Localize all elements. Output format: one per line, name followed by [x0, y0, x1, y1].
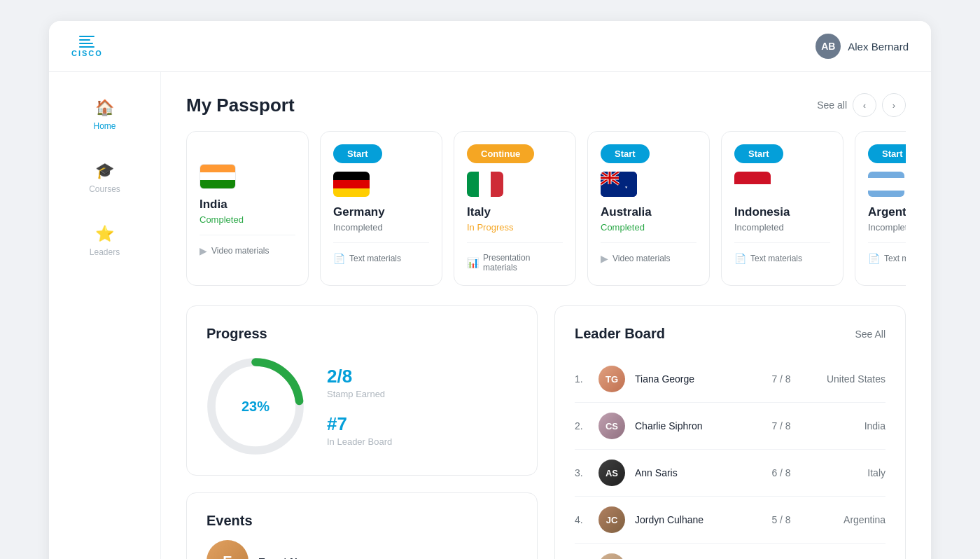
- leaderboard-section: Leader Board See All 1. TG Tiana George …: [554, 305, 906, 559]
- leaderboard-row-1: 1. TG Tiana George 7 / 8 United States: [575, 356, 886, 403]
- start-button-argentina[interactable]: Start: [868, 144, 906, 163]
- country-ann: Italy: [808, 467, 886, 478]
- status-indonesia: Incompleted: [734, 222, 830, 233]
- sidebar-item-leaders[interactable]: ⭐ Leaders: [77, 219, 133, 263]
- progress-card: Progress 23% 2/8: [186, 305, 538, 476]
- status-germany: Incompleted: [333, 222, 429, 233]
- flag-italy: [467, 172, 503, 197]
- leaderboard-row-2: 2. CS Charlie Siphron 7 / 8 India: [575, 403, 886, 450]
- country-name-germany: Germany: [333, 205, 429, 219]
- avatar-kianna: KP: [598, 553, 625, 559]
- progress-content: 23% 2/8 Stamp Earned #7 In Leader Board: [206, 357, 517, 455]
- material-label-australia: Video materials: [612, 254, 671, 263]
- passport-card-australia[interactable]: Start: [587, 131, 710, 286]
- logo-wrapper: CISCO: [71, 36, 103, 57]
- flag-india: [200, 164, 236, 189]
- rank-1: 1.: [575, 373, 589, 385]
- flag-argentina: [868, 172, 904, 197]
- material-label-argentina: Text ma...: [884, 254, 906, 263]
- rank-label: In Leader Board: [327, 436, 392, 447]
- name-charlie: Charlie Siphron: [635, 420, 754, 432]
- material-germany: 📄 Text materials: [333, 242, 429, 264]
- passport-cards: India Completed ▶ Video materials Start …: [186, 131, 906, 286]
- start-button-indonesia[interactable]: Start: [734, 144, 783, 163]
- sidebar-label-leaders: Leaders: [90, 247, 120, 257]
- name-jordyn: Jordyn Culhane: [635, 514, 754, 525]
- avatar-ann: AS: [598, 460, 625, 486]
- material-india: ▶ Video materials: [200, 235, 295, 256]
- country-name-indonesia: Indonesia: [734, 205, 830, 219]
- passport-card-argentina[interactable]: Start Argentin... Incomplete... 📄 Text m…: [855, 131, 906, 286]
- avatar-jordyn: JC: [598, 506, 625, 533]
- content: My Passport See all ‹ › India Completed …: [161, 72, 931, 559]
- progress-percentage: 23%: [241, 399, 270, 415]
- status-italy: In Progress: [467, 222, 563, 233]
- main-layout: 🏠 Home 🎓 Courses ⭐ Leaders My Passport S…: [49, 72, 931, 559]
- text-icon: 📄: [333, 253, 345, 264]
- sidebar-item-courses[interactable]: 🎓 Courses: [77, 156, 133, 200]
- continue-button-italy[interactable]: Continue: [467, 144, 534, 163]
- material-label-italy: Presentation materials: [483, 253, 563, 272]
- country-charlie: India: [808, 420, 886, 432]
- courses-icon: 🎓: [95, 162, 114, 180]
- avatar-tiana: TG: [598, 366, 625, 392]
- logo: CISCO: [71, 36, 103, 57]
- status-australia: Completed: [601, 222, 696, 233]
- user-info: AB Alex Bernard: [816, 34, 909, 59]
- event-row: E Event Name: [206, 540, 517, 559]
- logo-text: CISCO: [71, 49, 103, 57]
- leaderboard-row-3: 3. AS Ann Saris 6 / 8 Italy: [575, 450, 886, 497]
- video-icon: ▶: [200, 245, 207, 256]
- passport-section-header: My Passport See all ‹ ›: [186, 93, 906, 117]
- country-name-australia: Australia: [601, 205, 696, 219]
- next-arrow-button[interactable]: ›: [882, 93, 906, 117]
- leaderboard-row-5: 5. KP Kianna Press 5 / 8 Germany: [575, 544, 886, 559]
- status-india: Completed: [200, 214, 295, 225]
- see-all-button[interactable]: See all: [817, 99, 847, 111]
- rank-stat: #7 In Leader Board: [327, 413, 392, 447]
- avatar: AB: [816, 34, 841, 59]
- name-ann: Ann Saris: [635, 467, 754, 478]
- prev-arrow-button[interactable]: ‹: [853, 93, 876, 117]
- stamp-value: 2/8: [327, 366, 392, 387]
- passport-card-italy[interactable]: Continue Italy In Progress 📊 Presentatio…: [454, 131, 576, 286]
- sidebar-label-courses: Courses: [89, 184, 120, 194]
- passport-card-india[interactable]: India Completed ▶ Video materials: [186, 131, 309, 286]
- material-australia: ▶ Video materials: [601, 242, 696, 264]
- rank-4: 4.: [575, 514, 589, 525]
- bottom-grid: Progress 23% 2/8: [186, 305, 906, 559]
- flag-australia: [601, 172, 637, 197]
- sidebar-item-home[interactable]: 🏠 Home: [77, 93, 133, 137]
- material-label-india: Video materials: [211, 246, 270, 256]
- score-tiana: 7 / 8: [764, 373, 799, 385]
- passport-card-germany[interactable]: Start Germany Incompleted 📄 Text materia…: [320, 131, 442, 286]
- stamp-label: Stamp Earned: [327, 389, 392, 399]
- rank-2: 2.: [575, 420, 589, 432]
- leaders-icon: ⭐: [95, 225, 114, 243]
- material-indonesia: 📄 Text materials: [734, 242, 830, 264]
- score-jordyn: 5 / 8: [764, 514, 799, 525]
- name-tiana: Tiana George: [635, 373, 754, 385]
- status-argentina: Incomplete...: [868, 222, 906, 233]
- start-button-germany[interactable]: Start: [333, 144, 382, 163]
- user-name: Alex Bernard: [848, 41, 909, 53]
- leaderboard-see-all[interactable]: See All: [855, 329, 886, 340]
- video-icon-au: ▶: [601, 253, 608, 264]
- rank-3: 3.: [575, 467, 589, 478]
- material-label-indonesia: Text materials: [750, 254, 802, 263]
- presentation-icon: 📊: [467, 257, 479, 268]
- leaderboard-title: Leader Board: [575, 326, 665, 342]
- flag-indonesia: [734, 172, 771, 197]
- progress-title: Progress: [206, 326, 517, 342]
- event-avatar: E: [206, 540, 248, 559]
- leaderboard-row-4: 4. JC Jordyn Culhane 5 / 8 Argentina: [575, 497, 886, 544]
- left-column: Progress 23% 2/8: [186, 305, 538, 559]
- passport-card-indonesia[interactable]: Start Indonesia Incompleted 📄 Text mater…: [721, 131, 844, 286]
- rank-value: #7: [327, 413, 392, 435]
- events-card: Events E Event Name: [186, 492, 538, 559]
- progress-stats: 2/8 Stamp Earned #7 In Leader Board: [327, 366, 392, 447]
- country-tiana: United States: [808, 373, 886, 385]
- app-container: CISCO AB Alex Bernard 🏠 Home 🎓 Courses ⭐…: [49, 21, 931, 559]
- cisco-logo-icon: [79, 36, 94, 48]
- start-button-australia[interactable]: Start: [601, 144, 650, 163]
